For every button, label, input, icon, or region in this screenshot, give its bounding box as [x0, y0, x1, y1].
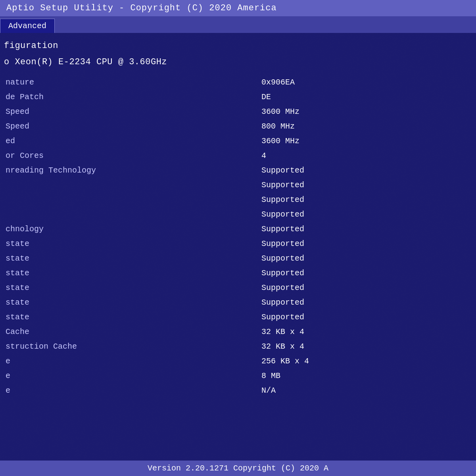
- row-label: or Cores: [4, 148, 261, 163]
- table-row: stateSupported: [4, 280, 472, 295]
- row-label: struction Cache: [4, 339, 261, 354]
- table-row: nreading TechnologySupported: [4, 163, 472, 178]
- row-value: 3600 MHz: [261, 134, 472, 148]
- table-row: stateSupported: [4, 236, 472, 251]
- row-label: [4, 192, 261, 207]
- row-value: Supported: [261, 178, 472, 192]
- table-row: stateSupported: [4, 266, 472, 280]
- row-label: Cache: [4, 324, 261, 339]
- row-value: N/A: [261, 383, 472, 398]
- title-bar: Aptio Setup Utility - Copyright (C) 2020…: [0, 0, 476, 16]
- row-label: [4, 207, 261, 222]
- row-value: 256 KB x 4: [261, 354, 472, 369]
- table-row: Speed800 MHz: [4, 119, 472, 134]
- row-value: 32 KB x 4: [261, 339, 472, 354]
- row-value: 32 KB x 4: [261, 324, 472, 339]
- row-value: 0x906EA: [261, 75, 472, 90]
- row-label: e: [4, 354, 261, 369]
- content-area: figuration o Xeon(R) E-2234 CPU @ 3.60GH…: [0, 33, 476, 461]
- table-row: Cache32 KB x 4: [4, 324, 472, 339]
- row-label: Speed: [4, 119, 261, 134]
- row-value: 4: [261, 148, 472, 163]
- row-label: chnology: [4, 222, 261, 236]
- table-row: Speed3600 MHz: [4, 104, 472, 119]
- row-label: state: [4, 266, 261, 280]
- row-label: state: [4, 280, 261, 295]
- table-row: nature0x906EA: [4, 75, 472, 90]
- row-value: Supported: [261, 310, 472, 324]
- table-row: Supported: [4, 178, 472, 192]
- nav-bar: Advanced: [0, 16, 476, 33]
- table-row: e256 KB x 4: [4, 354, 472, 369]
- row-label: Speed: [4, 104, 261, 119]
- row-value: Supported: [261, 192, 472, 207]
- info-table: nature0x906EAde PatchDESpeed3600 MHzSpee…: [4, 75, 472, 398]
- row-label: e: [4, 383, 261, 398]
- section-title: figuration: [4, 41, 472, 51]
- table-row: eN/A: [4, 383, 472, 398]
- row-value: Supported: [261, 280, 472, 295]
- table-row: or Cores4: [4, 148, 472, 163]
- row-label: nature: [4, 75, 261, 90]
- title-text: Aptio Setup Utility - Copyright (C) 2020…: [6, 3, 277, 13]
- table-row: de PatchDE: [4, 90, 472, 104]
- table-row: Supported: [4, 192, 472, 207]
- row-value: Supported: [261, 251, 472, 266]
- bios-screen: Aptio Setup Utility - Copyright (C) 2020…: [0, 0, 476, 476]
- table-row: stateSupported: [4, 310, 472, 324]
- row-value: Supported: [261, 207, 472, 222]
- footer-text: Version 2.20.1271 Copyright (C) 2020 A: [148, 464, 328, 473]
- row-value: 800 MHz: [261, 119, 472, 134]
- row-label: state: [4, 251, 261, 266]
- row-label: ed: [4, 134, 261, 148]
- table-row: stateSupported: [4, 251, 472, 266]
- table-row: e8 MB: [4, 369, 472, 383]
- row-label: state: [4, 295, 261, 310]
- row-value: Supported: [261, 295, 472, 310]
- table-row: Supported: [4, 207, 472, 222]
- row-value: Supported: [261, 266, 472, 280]
- cpu-model: o Xeon(R) E-2234 CPU @ 3.60GHz: [4, 57, 472, 67]
- advanced-tab[interactable]: Advanced: [0, 19, 55, 33]
- row-value: 8 MB: [261, 369, 472, 383]
- row-label: e: [4, 369, 261, 383]
- row-label: state: [4, 310, 261, 324]
- footer-bar: Version 2.20.1271 Copyright (C) 2020 A: [0, 461, 476, 476]
- table-row: struction Cache32 KB x 4: [4, 339, 472, 354]
- row-label: nreading Technology: [4, 163, 261, 178]
- row-value: Supported: [261, 222, 472, 236]
- row-value: Supported: [261, 236, 472, 251]
- table-row: chnologySupported: [4, 222, 472, 236]
- row-label: [4, 178, 261, 192]
- row-label: state: [4, 236, 261, 251]
- row-value: DE: [261, 90, 472, 104]
- row-label: de Patch: [4, 90, 261, 104]
- table-row: stateSupported: [4, 295, 472, 310]
- row-value: 3600 MHz: [261, 104, 472, 119]
- table-row: ed3600 MHz: [4, 134, 472, 148]
- row-value: Supported: [261, 163, 472, 178]
